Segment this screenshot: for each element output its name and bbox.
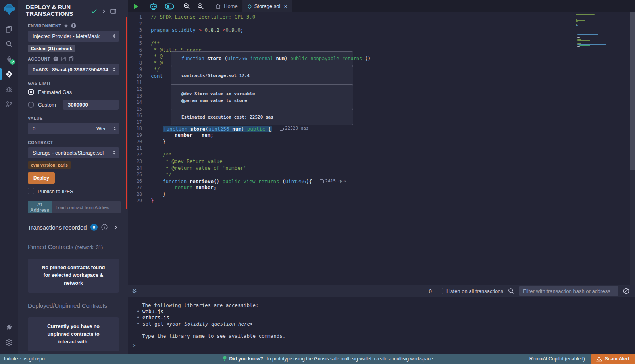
expand-terminal-icon[interactable]	[128, 288, 137, 294]
terminal-library-link[interactable]: web3.js	[142, 308, 164, 314]
editor-scrollbar[interactable]	[630, 12, 635, 285]
remix-logo-icon[interactable]	[3, 3, 15, 16]
line-number[interactable]: 3	[128, 27, 148, 34]
transaction-filter-input[interactable]	[519, 286, 618, 296]
environment-info-icon[interactable]	[71, 23, 76, 28]
transactions-expand-icon[interactable]	[114, 225, 117, 230]
account-select[interactable]: 0xA03...85ac4 (0.398673504934	[28, 64, 119, 75]
line-number[interactable]: 23	[128, 158, 148, 165]
line-number[interactable]: 2	[128, 21, 148, 27]
line-number[interactable]: 25	[128, 171, 148, 178]
line-number[interactable]: 9	[128, 66, 148, 73]
listen-all-checkbox[interactable]	[437, 288, 443, 294]
custom-gas-radio[interactable]	[28, 102, 34, 108]
code-line[interactable]: 21	[128, 145, 635, 152]
code-line[interactable]: 3pragma solidity >=0.8.2 <0.9.0;	[128, 27, 635, 34]
minimap[interactable]	[574, 13, 608, 50]
value-unit-select[interactable]: Wei	[92, 123, 119, 134]
line-number[interactable]: 26	[128, 178, 148, 185]
line-number[interactable]: 7	[128, 53, 148, 60]
code-line[interactable]: 2	[128, 21, 635, 27]
code-line[interactable]: 4	[128, 34, 635, 40]
code-line[interactable]: 25 */	[128, 171, 635, 178]
line-number[interactable]: 19	[128, 132, 148, 139]
clear-console-icon[interactable]	[623, 288, 629, 294]
settings-icon[interactable]	[0, 335, 18, 350]
run-script-button[interactable]	[128, 0, 144, 12]
code-line[interactable]: 1// SPDX-License-Identifier: GPL-3.0	[128, 14, 635, 21]
code-line[interactable]: 19number = num;	[128, 132, 635, 139]
init-git-button[interactable]: Initialize as git repo	[0, 356, 128, 362]
terminal-library-link[interactable]: ethers.js	[142, 314, 169, 320]
code-line[interactable]: 28}	[128, 191, 635, 198]
line-number[interactable]: 1	[128, 14, 148, 21]
code-line[interactable]: 18function store(uint256 num) public {22…	[128, 125, 635, 132]
copilot-toggle[interactable]	[161, 0, 178, 12]
code-line[interactable]: 27return number;	[128, 184, 635, 191]
code-line[interactable]: 23 * @dev Return value	[128, 158, 635, 165]
scam-alert-button[interactable]: Scam Alert	[591, 354, 635, 364]
environment-select[interactable]: Injected Provider - MetaMask	[28, 31, 119, 42]
scrollbar-thumb[interactable]	[630, 12, 635, 170]
line-number[interactable]: 4	[128, 34, 148, 40]
terminal-output[interactable]: The following libraries are accessible:•…	[128, 297, 635, 354]
pin-panel-icon[interactable]	[110, 9, 116, 14]
debugger-icon[interactable]	[0, 82, 18, 97]
zoom-out-icon[interactable]	[180, 0, 194, 12]
close-tab-icon[interactable]: ×	[284, 3, 287, 10]
contract-select[interactable]: Storage - contracts/Storage.sol	[28, 147, 119, 158]
ai-copilot-icon[interactable]	[146, 0, 161, 12]
line-number[interactable]: 22	[128, 151, 148, 158]
line-number[interactable]: 13	[128, 93, 148, 100]
terminal-prompt[interactable]: >	[133, 342, 136, 348]
at-address-button[interactable]: At Address	[28, 201, 52, 213]
git-icon[interactable]	[0, 97, 18, 112]
code-line[interactable]: 29}	[128, 197, 635, 204]
deploy-and-run-icon[interactable]	[0, 67, 18, 82]
line-number[interactable]: 6	[128, 47, 148, 54]
code-line[interactable]: 5/**	[128, 40, 635, 47]
terminal-search-icon[interactable]	[508, 288, 514, 294]
search-icon[interactable]	[0, 36, 18, 52]
line-number[interactable]: 18	[128, 125, 148, 132]
transactions-info-icon[interactable]	[101, 224, 108, 230]
line-number[interactable]: 16	[128, 112, 148, 119]
line-number[interactable]: 12	[128, 86, 148, 93]
line-number[interactable]: 11	[128, 79, 148, 86]
at-address-input[interactable]	[52, 201, 121, 213]
tab-home[interactable]: Home	[211, 0, 243, 12]
add-account-icon[interactable]	[53, 56, 58, 61]
copilot-status[interactable]: RemixAI Copilot (enabled)	[529, 356, 585, 362]
line-number[interactable]: 20	[128, 138, 148, 145]
line-number[interactable]: 5	[128, 40, 148, 47]
tab-storage-sol[interactable]: Storage.sol ×	[243, 0, 292, 12]
line-number[interactable]: 24	[128, 165, 148, 172]
line-number[interactable]: 14	[128, 99, 148, 106]
line-number[interactable]: 17	[128, 119, 148, 126]
line-number[interactable]: 27	[128, 184, 148, 191]
line-number[interactable]: 15	[128, 106, 148, 113]
deploy-button[interactable]: Deploy	[28, 172, 55, 184]
code-line[interactable]: 20}	[128, 138, 635, 145]
code-line[interactable]: 24 * @return value of 'number'	[128, 165, 635, 172]
value-input[interactable]	[28, 123, 92, 134]
file-explorer-icon[interactable]	[0, 21, 18, 36]
code-line[interactable]: 22/**	[128, 151, 635, 158]
custom-gas-input[interactable]	[63, 100, 119, 110]
line-number[interactable]: 21	[128, 145, 148, 152]
line-number[interactable]: 28	[128, 191, 148, 198]
plugin-manager-icon[interactable]	[0, 320, 18, 335]
estimated-gas-radio[interactable]	[28, 89, 34, 95]
line-number[interactable]: 10	[128, 73, 148, 80]
code-line[interactable]: 26function retrieve() public view return…	[128, 178, 635, 185]
publish-ipfs-checkbox[interactable]	[28, 188, 34, 194]
sign-message-icon[interactable]	[61, 56, 66, 61]
line-number[interactable]: 8	[128, 60, 148, 67]
copy-account-icon[interactable]	[69, 56, 74, 61]
line-number[interactable]: 29	[128, 197, 148, 204]
solidity-compiler-icon[interactable]	[0, 52, 18, 67]
collapse-chevron-icon[interactable]	[102, 9, 106, 14]
zoom-in-icon[interactable]	[194, 0, 208, 12]
code-editor[interactable]: 1// SPDX-License-Identifier: GPL-3.023pr…	[128, 12, 635, 285]
plug-small-icon[interactable]	[64, 23, 68, 28]
